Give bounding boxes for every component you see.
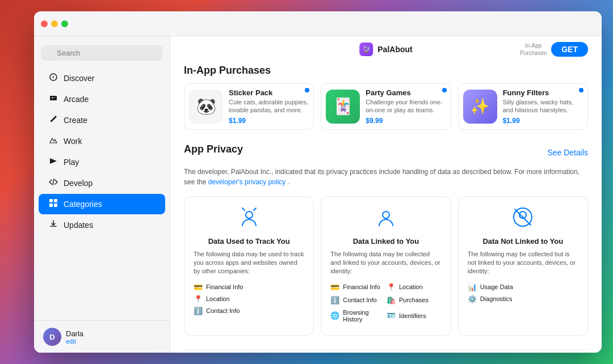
privacy-card-not-linked: Data Not Linked to You The following may… [458, 196, 588, 336]
privacy-policy-link[interactable]: developer's privacy policy [208, 178, 285, 186]
get-button[interactable]: GET [551, 42, 588, 57]
privacy-item: 🛍️ Purchases [387, 296, 442, 304]
privacy-card-track-you: Data Used to Track You The following dat… [184, 196, 314, 336]
maximize-button[interactable] [61, 20, 68, 27]
privacy-card-icon-track-you [194, 206, 304, 232]
divider [184, 349, 588, 350]
titlebar [34, 11, 602, 36]
privacy-card-icon-not-linked [468, 206, 578, 232]
iap-dot-funny-filters [579, 88, 583, 92]
sidebar-item-create[interactable]: Create [39, 110, 165, 130]
header-right: In-AppPurchases GET [520, 42, 588, 57]
privacy-item: 🪪 Identifiers [387, 309, 442, 323]
sidebar-item-play[interactable]: Play [39, 152, 165, 172]
app-name-header: PalAbout [377, 45, 412, 54]
iap-price-sticker-pack: $1.99 [229, 117, 309, 125]
work-icon [48, 136, 59, 147]
iap-item-party-games: 🃏 Party Games Challenge your friends one… [321, 83, 451, 130]
sidebar-item-arcade[interactable]: Arcade [39, 89, 165, 109]
privacy-item-label: Purchases [399, 297, 429, 303]
arcade-icon [48, 94, 59, 105]
privacy-item-icon: 🌐 [330, 311, 339, 320]
privacy-item: ⚙️ Diagnostics [468, 295, 578, 303]
iap-image-party-games: 🃏 [326, 90, 360, 124]
privacy-header: App Privacy See Details [184, 143, 588, 162]
privacy-card-linked-to-you: Data Linked to You The following data ma… [321, 196, 451, 336]
privacy-items-linked-to-you: 💳 Financial Info 📍 Location ℹ️ Contact I… [330, 283, 441, 326]
privacy-item-icon: ⚙️ [468, 295, 477, 303]
iap-desc-funny-filters: Silly glasses, wacky hats, and hilarious… [503, 98, 583, 115]
privacy-item: 📍 Location [194, 295, 304, 303]
iap-image-funny-filters: ✨ [463, 90, 497, 124]
svg-rect-5 [54, 204, 57, 207]
sidebar-item-label: Arcade [64, 95, 89, 104]
iap-desc-party-games: Challenge your friends one-on-one or pla… [366, 98, 446, 115]
iap-item-sticker-pack: 🐼 Sticker Pack Cute cats, adorable puppi… [184, 83, 314, 130]
app-window: Discover Arcade Create Work Play Develop… [34, 11, 602, 353]
search-input[interactable] [41, 45, 163, 61]
traffic-lights [41, 20, 68, 27]
privacy-item: 📊 Usage Data [468, 283, 578, 291]
privacy-desc: The developer, PalAbout Inc., indicated … [184, 167, 588, 187]
edit-link[interactable]: edit [66, 338, 83, 345]
develop-icon [48, 177, 59, 189]
privacy-item-label: Location [206, 295, 230, 302]
app-header: 🔮 PalAbout In-AppPurchases GET [184, 36, 588, 62]
close-button[interactable] [41, 20, 48, 27]
svg-rect-3 [54, 199, 57, 202]
privacy-item-icon: 🪪 [387, 311, 396, 320]
privacy-item-label: Diagnostics [480, 295, 513, 302]
user-name: Darla [66, 329, 83, 338]
privacy-item-icon: ℹ️ [194, 307, 203, 315]
svg-rect-2 [49, 199, 53, 202]
iap-grid: 🐼 Sticker Pack Cute cats, adorable puppi… [184, 83, 588, 130]
sidebar-item-develop[interactable]: Develop [39, 173, 165, 193]
sidebar-item-label: Work [64, 137, 82, 146]
privacy-card-title-linked-to-you: Data Linked to You [330, 237, 441, 246]
discover-icon [48, 73, 59, 84]
privacy-items-track-you: 💳 Financial Info 📍 Location ℹ️ Contact I… [194, 283, 304, 315]
privacy-item-label: Browsing History [343, 309, 385, 323]
see-details-link[interactable]: See Details [547, 148, 588, 157]
svg-marker-1 [52, 75, 54, 79]
app-header-center: 🔮 PalAbout [359, 43, 412, 56]
svg-rect-4 [49, 204, 53, 207]
privacy-card-title-not-linked: Data Not Linked to You [468, 237, 578, 246]
sidebar-item-label: Create [64, 116, 87, 125]
privacy-item: 💳 Financial Info [194, 283, 304, 291]
privacy-item-label: Contact Info [206, 307, 240, 314]
sidebar-item-work[interactable]: Work [39, 131, 165, 151]
svg-point-7 [383, 211, 389, 218]
privacy-item-icon: 💳 [194, 283, 203, 291]
privacy-item-label: Financial Info [343, 283, 380, 290]
privacy-item-icon: ℹ️ [330, 296, 339, 304]
sidebar-item-label: Develop [64, 179, 93, 188]
iap-section-title: In-App Purchases [184, 65, 588, 77]
privacy-item-icon: 📍 [194, 295, 203, 303]
privacy-item-label: Contact Info [343, 297, 376, 303]
iap-desc-sticker-pack: Cute cats, adorable puppies, lovable pan… [229, 98, 309, 115]
privacy-item-icon: 📊 [468, 283, 477, 291]
sidebar: Discover Arcade Create Work Play Develop… [34, 36, 170, 353]
iap-item-funny-filters: ✨ Funny Filters Silly glasses, wacky hat… [458, 83, 588, 130]
privacy-item-icon: 📍 [387, 283, 396, 291]
privacy-card-desc-not-linked: The following may be collected but is no… [468, 250, 578, 276]
iap-dot-party-games [442, 88, 447, 92]
sidebar-item-label: Categories [64, 200, 102, 209]
iap-title-funny-filters: Funny Filters [503, 88, 583, 97]
privacy-cards: Data Used to Track You The following dat… [184, 196, 588, 336]
minimize-button[interactable] [51, 20, 58, 27]
privacy-item-icon: 🛍️ [387, 296, 396, 304]
play-icon [48, 156, 59, 168]
sidebar-item-updates[interactable]: Updates [39, 215, 165, 235]
in-app-label: In-AppPurchases [520, 42, 547, 57]
iap-price-funny-filters: $1.99 [503, 117, 583, 125]
privacy-item-label: Identifiers [399, 312, 426, 319]
iap-image-sticker-pack: 🐼 [189, 90, 223, 124]
iap-section: In-App Purchases 🐼 Sticker Pack Cute cat… [184, 65, 588, 130]
privacy-item-icon: 💳 [330, 283, 339, 291]
user-section: D Darla edit [34, 320, 170, 353]
iap-title-sticker-pack: Sticker Pack [229, 88, 309, 97]
sidebar-item-categories[interactable]: Categories [39, 194, 165, 214]
sidebar-item-discover[interactable]: Discover [39, 68, 165, 88]
